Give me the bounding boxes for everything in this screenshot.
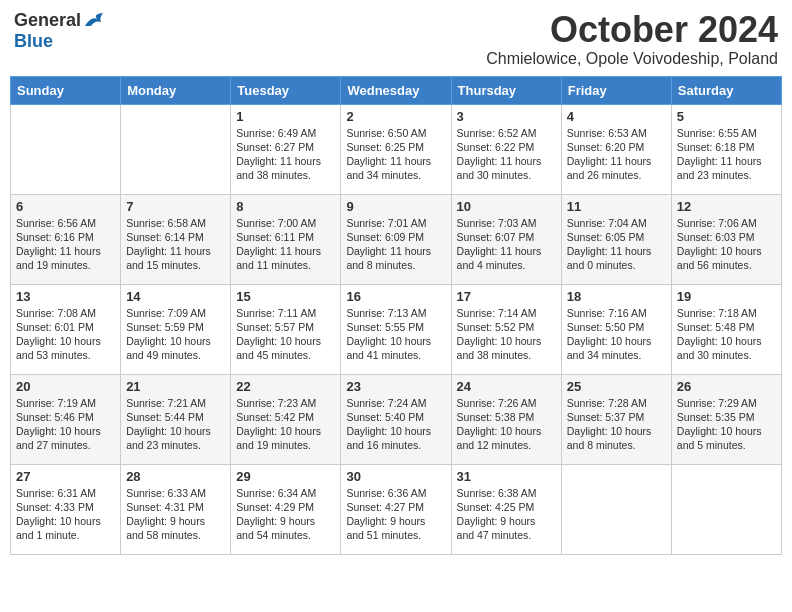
day-number: 22	[236, 379, 335, 394]
title-area: October 2024 Chmielowice, Opole Voivodes…	[486, 10, 778, 68]
calendar-cell: 21Sunrise: 7:21 AMSunset: 5:44 PMDayligh…	[121, 374, 231, 464]
day-info: Sunrise: 7:03 AMSunset: 6:07 PMDaylight:…	[457, 216, 556, 273]
calendar-cell: 16Sunrise: 7:13 AMSunset: 5:55 PMDayligh…	[341, 284, 451, 374]
calendar-cell	[121, 104, 231, 194]
day-info: Sunrise: 7:16 AMSunset: 5:50 PMDaylight:…	[567, 306, 666, 363]
calendar-cell: 8Sunrise: 7:00 AMSunset: 6:11 PMDaylight…	[231, 194, 341, 284]
calendar-cell: 11Sunrise: 7:04 AMSunset: 6:05 PMDayligh…	[561, 194, 671, 284]
calendar-cell: 12Sunrise: 7:06 AMSunset: 6:03 PMDayligh…	[671, 194, 781, 284]
day-info: Sunrise: 7:19 AMSunset: 5:46 PMDaylight:…	[16, 396, 115, 453]
day-info: Sunrise: 6:55 AMSunset: 6:18 PMDaylight:…	[677, 126, 776, 183]
location-subtitle: Chmielowice, Opole Voivodeship, Poland	[486, 50, 778, 68]
day-number: 1	[236, 109, 335, 124]
calendar-header-thursday: Thursday	[451, 76, 561, 104]
day-info: Sunrise: 6:50 AMSunset: 6:25 PMDaylight:…	[346, 126, 445, 183]
calendar-cell: 7Sunrise: 6:58 AMSunset: 6:14 PMDaylight…	[121, 194, 231, 284]
day-number: 4	[567, 109, 666, 124]
calendar-header-friday: Friday	[561, 76, 671, 104]
day-number: 20	[16, 379, 115, 394]
calendar-header-monday: Monday	[121, 76, 231, 104]
calendar-header-sunday: Sunday	[11, 76, 121, 104]
calendar-cell: 20Sunrise: 7:19 AMSunset: 5:46 PMDayligh…	[11, 374, 121, 464]
day-number: 9	[346, 199, 445, 214]
day-info: Sunrise: 6:38 AMSunset: 4:25 PMDaylight:…	[457, 486, 556, 543]
calendar-cell: 4Sunrise: 6:53 AMSunset: 6:20 PMDaylight…	[561, 104, 671, 194]
logo-general-text: General	[14, 10, 81, 31]
calendar-cell: 27Sunrise: 6:31 AMSunset: 4:33 PMDayligh…	[11, 464, 121, 554]
day-info: Sunrise: 6:31 AMSunset: 4:33 PMDaylight:…	[16, 486, 115, 543]
day-number: 25	[567, 379, 666, 394]
calendar-cell: 18Sunrise: 7:16 AMSunset: 5:50 PMDayligh…	[561, 284, 671, 374]
month-title: October 2024	[486, 10, 778, 50]
day-number: 18	[567, 289, 666, 304]
day-number: 24	[457, 379, 556, 394]
day-number: 13	[16, 289, 115, 304]
calendar-cell: 28Sunrise: 6:33 AMSunset: 4:31 PMDayligh…	[121, 464, 231, 554]
calendar-cell	[561, 464, 671, 554]
calendar-cell: 2Sunrise: 6:50 AMSunset: 6:25 PMDaylight…	[341, 104, 451, 194]
day-number: 10	[457, 199, 556, 214]
calendar-cell: 25Sunrise: 7:28 AMSunset: 5:37 PMDayligh…	[561, 374, 671, 464]
day-number: 28	[126, 469, 225, 484]
calendar-cell: 3Sunrise: 6:52 AMSunset: 6:22 PMDaylight…	[451, 104, 561, 194]
day-info: Sunrise: 6:36 AMSunset: 4:27 PMDaylight:…	[346, 486, 445, 543]
calendar-cell: 23Sunrise: 7:24 AMSunset: 5:40 PMDayligh…	[341, 374, 451, 464]
day-info: Sunrise: 7:09 AMSunset: 5:59 PMDaylight:…	[126, 306, 225, 363]
day-info: Sunrise: 6:58 AMSunset: 6:14 PMDaylight:…	[126, 216, 225, 273]
day-info: Sunrise: 7:08 AMSunset: 6:01 PMDaylight:…	[16, 306, 115, 363]
day-info: Sunrise: 7:26 AMSunset: 5:38 PMDaylight:…	[457, 396, 556, 453]
calendar-week-row: 1Sunrise: 6:49 AMSunset: 6:27 PMDaylight…	[11, 104, 782, 194]
calendar-cell: 22Sunrise: 7:23 AMSunset: 5:42 PMDayligh…	[231, 374, 341, 464]
day-info: Sunrise: 7:00 AMSunset: 6:11 PMDaylight:…	[236, 216, 335, 273]
day-number: 31	[457, 469, 556, 484]
calendar-cell: 14Sunrise: 7:09 AMSunset: 5:59 PMDayligh…	[121, 284, 231, 374]
calendar-cell: 19Sunrise: 7:18 AMSunset: 5:48 PMDayligh…	[671, 284, 781, 374]
day-number: 12	[677, 199, 776, 214]
day-info: Sunrise: 7:23 AMSunset: 5:42 PMDaylight:…	[236, 396, 335, 453]
day-number: 5	[677, 109, 776, 124]
calendar-week-row: 13Sunrise: 7:08 AMSunset: 6:01 PMDayligh…	[11, 284, 782, 374]
calendar-cell: 26Sunrise: 7:29 AMSunset: 5:35 PMDayligh…	[671, 374, 781, 464]
calendar-cell: 15Sunrise: 7:11 AMSunset: 5:57 PMDayligh…	[231, 284, 341, 374]
day-number: 6	[16, 199, 115, 214]
day-number: 29	[236, 469, 335, 484]
day-info: Sunrise: 7:01 AMSunset: 6:09 PMDaylight:…	[346, 216, 445, 273]
calendar-cell: 9Sunrise: 7:01 AMSunset: 6:09 PMDaylight…	[341, 194, 451, 284]
day-number: 21	[126, 379, 225, 394]
calendar-table: SundayMondayTuesdayWednesdayThursdayFrid…	[10, 76, 782, 555]
calendar-cell	[671, 464, 781, 554]
calendar-cell: 10Sunrise: 7:03 AMSunset: 6:07 PMDayligh…	[451, 194, 561, 284]
day-info: Sunrise: 6:33 AMSunset: 4:31 PMDaylight:…	[126, 486, 225, 543]
calendar-cell: 17Sunrise: 7:14 AMSunset: 5:52 PMDayligh…	[451, 284, 561, 374]
day-number: 14	[126, 289, 225, 304]
calendar-cell: 1Sunrise: 6:49 AMSunset: 6:27 PMDaylight…	[231, 104, 341, 194]
day-info: Sunrise: 7:29 AMSunset: 5:35 PMDaylight:…	[677, 396, 776, 453]
calendar-cell: 13Sunrise: 7:08 AMSunset: 6:01 PMDayligh…	[11, 284, 121, 374]
logo-bird-icon	[83, 12, 105, 30]
day-info: Sunrise: 7:14 AMSunset: 5:52 PMDaylight:…	[457, 306, 556, 363]
day-number: 17	[457, 289, 556, 304]
day-number: 2	[346, 109, 445, 124]
logo-blue-text: Blue	[14, 31, 53, 52]
calendar-week-row: 6Sunrise: 6:56 AMSunset: 6:16 PMDaylight…	[11, 194, 782, 284]
day-info: Sunrise: 6:56 AMSunset: 6:16 PMDaylight:…	[16, 216, 115, 273]
day-info: Sunrise: 6:34 AMSunset: 4:29 PMDaylight:…	[236, 486, 335, 543]
calendar-cell: 29Sunrise: 6:34 AMSunset: 4:29 PMDayligh…	[231, 464, 341, 554]
calendar-header-wednesday: Wednesday	[341, 76, 451, 104]
day-number: 8	[236, 199, 335, 214]
calendar-cell: 6Sunrise: 6:56 AMSunset: 6:16 PMDaylight…	[11, 194, 121, 284]
calendar-cell: 31Sunrise: 6:38 AMSunset: 4:25 PMDayligh…	[451, 464, 561, 554]
page-header: General Blue October 2024 Chmielowice, O…	[10, 10, 782, 68]
logo: General Blue	[14, 10, 105, 52]
day-info: Sunrise: 7:06 AMSunset: 6:03 PMDaylight:…	[677, 216, 776, 273]
day-info: Sunrise: 6:52 AMSunset: 6:22 PMDaylight:…	[457, 126, 556, 183]
calendar-week-row: 20Sunrise: 7:19 AMSunset: 5:46 PMDayligh…	[11, 374, 782, 464]
day-number: 16	[346, 289, 445, 304]
day-number: 27	[16, 469, 115, 484]
day-number: 7	[126, 199, 225, 214]
day-number: 26	[677, 379, 776, 394]
day-info: Sunrise: 7:24 AMSunset: 5:40 PMDaylight:…	[346, 396, 445, 453]
calendar-header-saturday: Saturday	[671, 76, 781, 104]
calendar-header-tuesday: Tuesday	[231, 76, 341, 104]
calendar-cell	[11, 104, 121, 194]
